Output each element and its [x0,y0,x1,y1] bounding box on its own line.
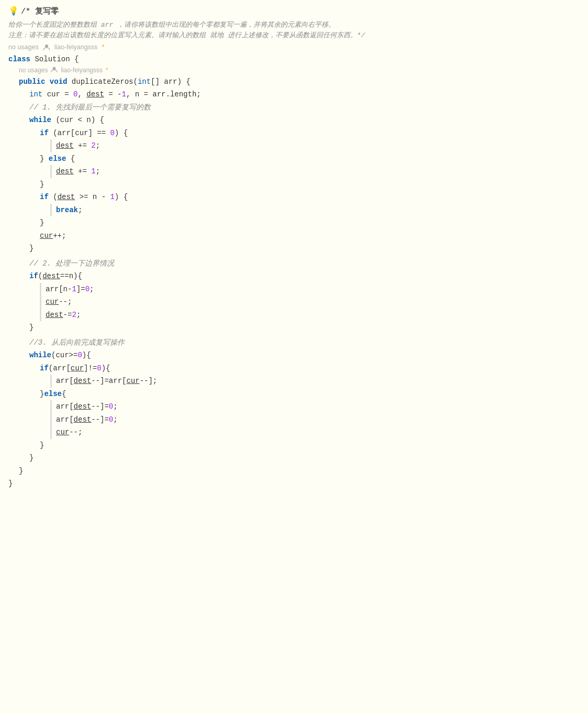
class-definition: class Solution { [8,53,580,66]
user-icon [43,43,50,51]
break-block: break; [40,204,580,217]
code-editor: 💡 /* 复写零 给你一个长度固定的整数数组 arr ，请你将该数组中出现的每个… [8,5,580,490]
comment-header: 💡 /* 复写零 给你一个长度固定的整数数组 arr ，请你将该数组中出现的每个… [8,5,580,41]
close-if2: } [40,216,580,229]
while1-body: if (arr[cur] == 0) { dest += 2; } else { [29,127,580,243]
comment-3: //3. 从后向前完成复写操作 [29,336,580,349]
else1-line: } else { [40,152,580,166]
inner-user-icon [51,66,58,74]
close-else1: } [40,178,580,191]
line-init: int cur = 0, dest = -1, n = arr.length; [29,88,580,101]
no-usages-label: no usages [8,43,39,51]
close-else2: } [40,439,580,452]
close-while2: } [29,452,580,465]
arr-dest-cur-line: arr[dest--]=arr[cur--]; [56,375,580,388]
if3-line: if(dest==n){ [29,270,580,283]
break-line: break; [56,204,580,217]
method-body: int cur = 0, dest = -1, n = arr.length; … [19,88,580,465]
comment-desc2: 注意：请不要在超出该数组长度的位置写入元素。请对输入的数组 就地 进行上述修改，… [8,30,580,41]
inner-asterisk: * [106,67,108,74]
arr-dest1-line: arr[dest--]=0; [56,400,580,413]
comment-desc1: 给你一个长度固定的整数数组 arr ，请你将该数组中出现的每个零都复写一遍，并将… [8,20,580,31]
left-bar-block5: arr[dest--]=arr[cur--]; [50,375,580,388]
while2-body: if(arr[cur]!=0){ arr[dest--]=arr[cur--];… [29,362,580,452]
left-bar-block4: arr[n-1]=0; cur--; dest-=2; [40,283,580,322]
cur-mm2-line: cur--; [56,426,580,439]
dest-m2-line: dest-=2; [46,309,580,322]
while1-line: while (cur < n) { [29,114,580,127]
close-method: } [19,465,580,478]
else2-line: }else{ [40,388,580,401]
dest-plus1-block: dest += 1; [40,165,580,178]
cur-mm-line: cur--; [46,295,580,309]
if3-body: arr[n-1]=0; cur--; dest-=2; [29,283,580,322]
inner-user-name: liao-feiyangsss [61,67,102,74]
left-bar-block6: arr[dest--]=0; arr[dest--]=0; cur--; [50,400,580,439]
class-body: no usages liao-feiyangsss * public void … [8,66,580,478]
while2-line: while(cur>=0){ [29,349,580,362]
comment-2: // 2. 处理一下边界情况 [29,257,580,270]
if2-line: if (dest >= n - 1) { [40,191,580,204]
svg-point-0 [45,45,48,48]
top-user-name: liao-feiyangsss [54,43,98,51]
if4-line: if(arr[cur]!=0){ [40,362,580,375]
else2-body: arr[dest--]=0; arr[dest--]=0; cur--; [40,400,580,439]
top-asterisk: * [102,43,104,51]
dest-plus1-line: dest += 1; [56,165,580,178]
arr-dest2-line: arr[dest--]=0; [56,413,580,426]
method-signature: public void duplicateZeros(int[] arr) { [19,75,580,89]
close-if3: } [29,321,580,334]
close-class: } [8,477,580,490]
dest-plus2-block: dest += 2; [40,139,580,152]
top-no-usages-line: no usages liao-feiyangsss * [8,43,580,51]
cur-pp-line: cur++; [40,229,580,243]
svg-point-1 [53,67,56,70]
comment-1: // 1. 先找到最后一个需要复写的数 [29,101,580,114]
comment-title: 💡 /* 复写零 [8,5,580,19]
left-bar-block2: dest += 1; [50,165,580,178]
left-bar-block1: dest += 2; [50,139,580,152]
dest-plus2-line: dest += 2; [56,139,580,152]
arr-n1-line: arr[n-1]=0; [46,283,580,296]
inner-no-usages-label: no usages [19,67,48,74]
if1-line: if (arr[cur] == 0) { [40,127,580,140]
left-bar-block3: break; [50,204,580,217]
inner-no-usages-line: no usages liao-feiyangsss * [19,66,580,74]
close-while1: } [29,242,580,255]
if4-body: arr[dest--]=arr[cur--]; [40,375,580,388]
